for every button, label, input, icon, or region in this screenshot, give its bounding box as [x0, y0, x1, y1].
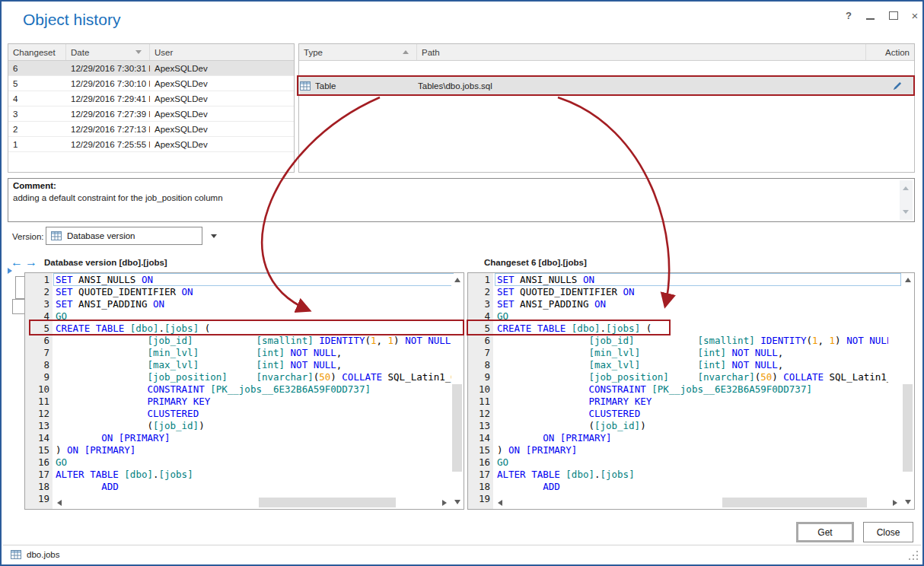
minimize-icon[interactable] — [862, 8, 880, 24]
get-button[interactable]: Get — [796, 522, 854, 542]
table-row[interactable]: 412/29/2016 7:29:41 PMApexSQLDev — [8, 91, 294, 107]
line-numbers: 12345678910111213141516171819 — [38, 274, 49, 505]
pencil-icon[interactable] — [892, 81, 903, 91]
table-icon — [51, 231, 62, 240]
close-icon[interactable]: × — [906, 8, 924, 24]
line-numbers: 12345678910111213141516171819 — [479, 274, 490, 505]
changesets-grid: Changeset Date User 612/29/2016 7:30:31 … — [8, 43, 295, 173]
table-row[interactable]: 212/29/2016 7:27:13 PMApexSQLDev — [8, 122, 294, 137]
scroll-up-icon[interactable] — [903, 186, 909, 190]
maximize-icon[interactable] — [884, 8, 903, 24]
table-row[interactable]: 312/29/2016 7:27:39 PMApexSQLDev — [8, 107, 294, 122]
status-object-name: dbo.jobs — [27, 550, 59, 559]
sql-code: SET ANSI_NULLS ONSET QUOTED_IDENTIFIER O… — [497, 274, 888, 505]
vertical-scrollbar[interactable] — [902, 274, 913, 508]
sql-code: SET ANSI_NULLS ONSET QUOTED_IDENTIFIER O… — [56, 274, 453, 505]
diff-marker-icon — [8, 268, 12, 274]
column-header-date[interactable]: Date — [66, 44, 150, 60]
changeset-rows: 612/29/2016 7:30:31 PMApexSQLDev512/29/2… — [8, 61, 294, 152]
horizontal-scrollbar[interactable] — [53, 497, 451, 508]
table-row[interactable]: 612/29/2016 7:30:31 PMApexSQLDev — [8, 61, 294, 76]
status-bar: dbo.jobs — [3, 545, 921, 563]
changesets-grid-header: Changeset Date User — [8, 44, 294, 61]
column-header-changeset[interactable]: Changeset — [8, 44, 66, 60]
right-pane-title: Changeset 6 [dbo].[jobs] — [484, 258, 587, 267]
comment-text: adding a default constraint for the job_… — [13, 193, 223, 202]
chevron-down-icon — [211, 234, 217, 238]
table-icon — [11, 550, 21, 559]
column-header-path[interactable]: Path — [417, 44, 866, 60]
version-dropdown-button[interactable] — [206, 227, 222, 245]
table-icon — [300, 81, 311, 91]
object-history-dialog: Object history ? × Changeset Date User 6… — [0, 0, 924, 566]
left-pane-title: Database version [dbo].[jobs] — [44, 258, 167, 267]
table-row[interactable]: 112/29/2016 7:25:55 PMApexSQLDev — [8, 137, 294, 152]
comment-box: Comment: adding a default constraint for… — [8, 178, 915, 222]
vertical-scrollbar[interactable] — [451, 274, 463, 508]
scroll-down-icon[interactable] — [903, 210, 909, 214]
column-header-user[interactable]: User — [150, 44, 294, 60]
objects-grid: Type Path Action Table Tables\dbo.jobs.s… — [298, 43, 915, 173]
column-header-type[interactable]: Type — [299, 44, 417, 60]
object-path: Tables\dbo.jobs.sql — [418, 81, 867, 91]
help-icon[interactable]: ? — [840, 8, 858, 24]
table-row[interactable]: 512/29/2016 7:30:10 PMApexSQLDev — [8, 76, 294, 91]
objects-grid-header: Type Path Action — [299, 44, 914, 61]
resize-grip[interactable] — [909, 551, 918, 560]
version-value: Database version — [67, 231, 135, 240]
column-header-action[interactable]: Action — [866, 44, 914, 60]
object-type: Table — [315, 81, 336, 91]
close-button[interactable]: Close — [863, 522, 913, 542]
page-title: Object history — [23, 11, 120, 29]
horizontal-scrollbar[interactable] — [494, 497, 901, 508]
comment-scrollbar[interactable] — [900, 180, 913, 220]
sort-asc-icon — [403, 50, 409, 54]
sort-desc-icon — [135, 50, 142, 54]
comment-label: Comment: — [13, 181, 56, 190]
version-select[interactable]: Database version — [46, 227, 202, 245]
right-code-editor[interactable]: 12345678910111213141516171819 SET ANSI_N… — [467, 272, 915, 510]
version-label: Version: — [12, 232, 44, 241]
left-code-editor[interactable]: 12345678910111213141516171819 SET ANSI_N… — [24, 272, 464, 510]
object-row-table[interactable]: Table Tables\dbo.jobs.sql — [300, 77, 913, 95]
